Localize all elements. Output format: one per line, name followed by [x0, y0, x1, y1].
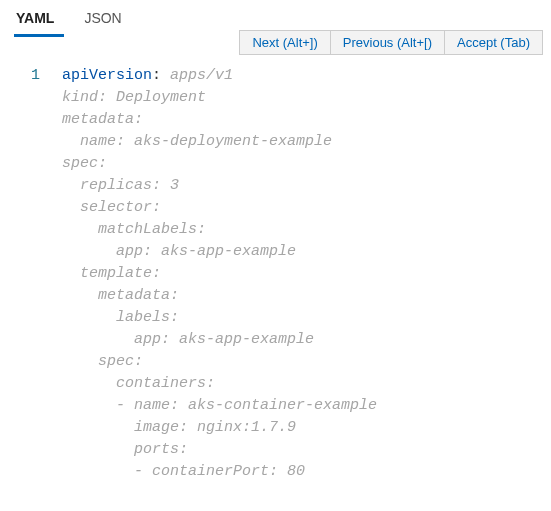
line-number: 1 — [0, 65, 40, 87]
line-number-gutter: 1 — [0, 65, 62, 483]
code-editor[interactable]: 1 apiVersion: apps/v1 kind: Deployment m… — [0, 37, 551, 483]
suggestion-toolbar: Next (Alt+]) Previous (Alt+[) Accept (Ta… — [239, 30, 543, 55]
tab-json[interactable]: JSON — [82, 4, 131, 37]
next-suggestion-button[interactable]: Next (Alt+]) — [240, 31, 330, 54]
code-content[interactable]: apiVersion: apps/v1 kind: Deployment met… — [62, 65, 551, 483]
tab-yaml[interactable]: YAML — [14, 4, 64, 37]
previous-suggestion-button[interactable]: Previous (Alt+[) — [331, 31, 445, 54]
accept-suggestion-button[interactable]: Accept (Tab) — [445, 31, 542, 54]
